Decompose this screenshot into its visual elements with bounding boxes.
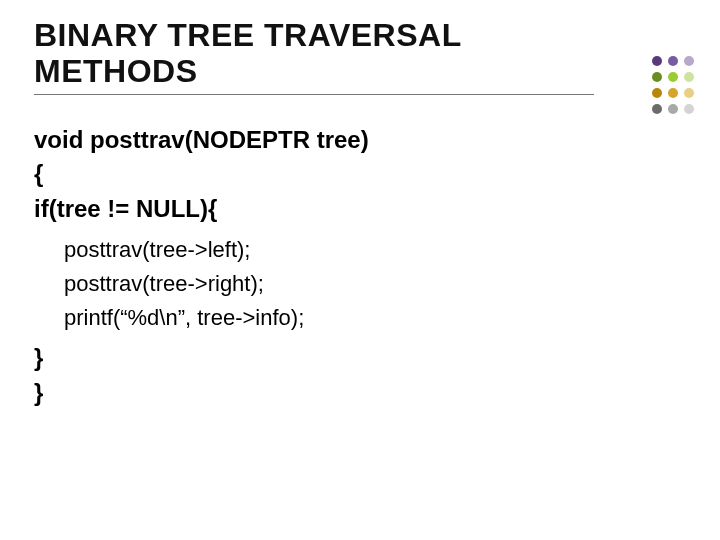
dot-icon — [668, 72, 678, 82]
code-line: posttrav(tree->left); — [34, 233, 686, 267]
code-line: void posttrav(NODEPTR tree) — [34, 123, 686, 158]
code-line: posttrav(tree->right); — [34, 267, 686, 301]
dot-icon — [668, 56, 678, 66]
dot-icon — [652, 56, 662, 66]
code-line: printf(“%d\n”, tree->info); — [34, 301, 686, 335]
dot-icon — [684, 56, 694, 66]
slide-title: BINARY TREE TRAVERSAL METHODS — [34, 18, 594, 90]
dot-icon — [684, 88, 694, 98]
dot-icon — [668, 88, 678, 98]
dot-row — [574, 72, 694, 82]
dot-icon — [684, 104, 694, 114]
dot-icon — [652, 88, 662, 98]
code-line: { — [34, 157, 686, 192]
code-line: if(tree != NULL){ — [34, 192, 686, 227]
code-line: } — [34, 376, 686, 411]
dot-icon — [684, 72, 694, 82]
slide: BINARY TREE TRAVERSAL METHODS void postt… — [0, 0, 720, 540]
dot-icon — [668, 104, 678, 114]
dot-row — [574, 88, 694, 98]
corner-decor — [574, 56, 694, 120]
dot-row — [574, 104, 694, 114]
dot-icon — [652, 72, 662, 82]
code-line: } — [34, 341, 686, 376]
dot-row — [574, 56, 694, 66]
title-wrap: BINARY TREE TRAVERSAL METHODS — [34, 18, 594, 95]
dot-icon — [652, 104, 662, 114]
code-block: void posttrav(NODEPTR tree) { if(tree !=… — [34, 123, 686, 411]
